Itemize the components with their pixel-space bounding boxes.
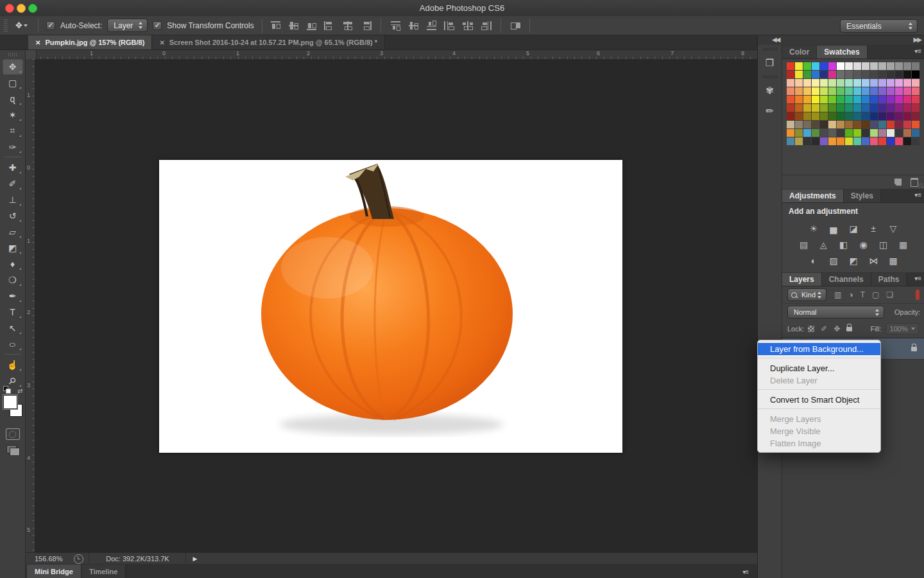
exposure-icon[interactable]: ± bbox=[866, 223, 880, 234]
color-swatch[interactable] bbox=[895, 87, 903, 95]
tool-preset-picker[interactable]: ✥ bbox=[13, 19, 30, 31]
lock-all-icon[interactable] bbox=[846, 327, 852, 331]
ruler-corner[interactable] bbox=[26, 50, 37, 60]
color-swatch[interactable] bbox=[878, 104, 886, 112]
align-horizontal-centers-button[interactable] bbox=[342, 21, 354, 30]
color-swatch[interactable] bbox=[820, 137, 828, 145]
layers-tab-layers[interactable]: Layers bbox=[782, 273, 822, 286]
lock-transparency-icon[interactable] bbox=[808, 326, 814, 332]
color-swatch[interactable] bbox=[887, 137, 894, 145]
color-swatch[interactable] bbox=[828, 129, 836, 137]
color-swatch[interactable] bbox=[895, 62, 903, 70]
panel-group-grip[interactable] bbox=[763, 75, 777, 78]
zoom-level-field[interactable]: 156.68% bbox=[26, 555, 69, 563]
color-swatch[interactable] bbox=[870, 96, 878, 103]
layers-tab-channels[interactable]: Channels bbox=[822, 273, 871, 286]
options-bar-grip[interactable] bbox=[4, 19, 8, 32]
align-bottom-edges-button[interactable] bbox=[306, 21, 318, 30]
color-swatch[interactable] bbox=[803, 87, 811, 95]
color-swatch[interactable] bbox=[887, 79, 894, 87]
color-swatch[interactable] bbox=[903, 137, 911, 145]
bottom-tab-mini-bridge[interactable]: Mini Bridge bbox=[27, 565, 81, 578]
filter-smart-objects-icon[interactable]: ❏ bbox=[886, 290, 893, 299]
color-swatch[interactable] bbox=[795, 112, 803, 120]
color-swatch[interactable] bbox=[912, 121, 920, 128]
color-swatch[interactable] bbox=[878, 137, 886, 145]
crop-tool[interactable]: ⌗ bbox=[3, 123, 23, 139]
status-options-arrow-icon[interactable]: ▶ bbox=[193, 556, 197, 562]
color-swatch[interactable] bbox=[887, 104, 894, 112]
color-swatch[interactable] bbox=[837, 62, 844, 70]
menu-item-merge-visible[interactable]: Merge Visible bbox=[758, 425, 880, 437]
color-swatch[interactable] bbox=[837, 71, 844, 78]
color-swatch[interactable] bbox=[787, 137, 794, 145]
align-top-edges-button[interactable] bbox=[270, 21, 282, 30]
color-swatch[interactable] bbox=[878, 79, 886, 87]
tools-panel-grip[interactable] bbox=[8, 53, 17, 57]
auto-align-layers-button[interactable] bbox=[510, 21, 522, 30]
color-swatch[interactable] bbox=[803, 104, 811, 112]
color-swatch[interactable] bbox=[845, 79, 853, 87]
color-swatch[interactable] bbox=[870, 137, 878, 145]
color-swatch[interactable] bbox=[803, 129, 811, 137]
color-swatch[interactable] bbox=[912, 104, 920, 112]
color-swatch[interactable] bbox=[820, 129, 828, 137]
close-tab-icon[interactable]: ✕ bbox=[159, 39, 164, 46]
color-swatch[interactable] bbox=[845, 104, 853, 112]
color-swatch[interactable] bbox=[870, 62, 878, 70]
color-swatch[interactable] bbox=[878, 62, 886, 70]
color-swatch[interactable] bbox=[812, 87, 819, 95]
color-swatch[interactable] bbox=[912, 129, 920, 137]
layer-filtering-toggle[interactable] bbox=[916, 290, 920, 300]
show-transform-checkbox[interactable]: ✓ bbox=[153, 21, 162, 30]
color-swatch[interactable] bbox=[828, 71, 836, 78]
curves-icon[interactable]: ◪ bbox=[846, 223, 860, 234]
color-swatch[interactable] bbox=[837, 87, 844, 95]
filter-shape-layers-icon[interactable]: ▢ bbox=[872, 290, 879, 299]
eraser-tool[interactable]: ▱ bbox=[3, 223, 23, 240]
color-swatch[interactable] bbox=[820, 79, 828, 87]
color-swatch[interactable] bbox=[878, 121, 886, 128]
color-swatch[interactable] bbox=[912, 71, 920, 78]
history-brush-tool[interactable]: ↺ bbox=[3, 207, 23, 223]
expand-dock-icon[interactable]: ▶▶ bbox=[914, 36, 921, 43]
menu-item-delete-layer[interactable]: Delete Layer bbox=[758, 374, 880, 387]
color-swatch[interactable] bbox=[837, 137, 844, 145]
color-swatch[interactable] bbox=[837, 79, 844, 87]
screen-mode-button[interactable] bbox=[6, 445, 19, 455]
color-swatch[interactable] bbox=[845, 62, 853, 70]
color-swatch[interactable] bbox=[870, 71, 878, 78]
menu-item-flatten-image[interactable]: Flatten Image bbox=[758, 437, 880, 450]
color-swatch[interactable] bbox=[887, 121, 894, 128]
color-swatch[interactable] bbox=[862, 87, 869, 95]
color-swatch[interactable] bbox=[820, 71, 828, 78]
vibrance-icon[interactable]: ▽ bbox=[886, 223, 900, 234]
color-swatch[interactable] bbox=[903, 129, 911, 137]
type-tool[interactable]: T bbox=[3, 304, 23, 320]
color-swatch[interactable] bbox=[837, 96, 844, 103]
dodge-tool[interactable]: ❍ bbox=[3, 272, 23, 288]
color-swatch[interactable] bbox=[912, 79, 920, 87]
color-swatch[interactable] bbox=[820, 121, 828, 128]
fill-value[interactable]: 100% bbox=[886, 323, 919, 335]
color-swatch[interactable] bbox=[895, 112, 903, 120]
color-swatch[interactable] bbox=[795, 104, 803, 112]
color-swatch[interactable] bbox=[862, 137, 869, 145]
color-swatch[interactable] bbox=[912, 87, 920, 95]
photo-filter-icon[interactable]: ◉ bbox=[857, 239, 871, 250]
document-size-info[interactable]: Doc: 392.2K/313.7K bbox=[89, 553, 186, 565]
color-swatch[interactable] bbox=[812, 129, 819, 137]
color-swatch[interactable] bbox=[870, 129, 878, 137]
color-lookup-icon[interactable]: ▦ bbox=[896, 239, 911, 250]
minimize-window-button[interactable] bbox=[17, 4, 26, 13]
swatches-tab-swatches[interactable]: Swatches bbox=[817, 46, 867, 58]
color-swatch[interactable] bbox=[828, 104, 836, 112]
quick-mask-button[interactable] bbox=[6, 428, 20, 440]
filter-type-layers-icon[interactable]: T bbox=[860, 290, 865, 299]
gradient-tool[interactable]: ◩ bbox=[3, 240, 23, 256]
color-swatch[interactable] bbox=[903, 112, 911, 120]
color-swatch[interactable] bbox=[845, 87, 853, 95]
color-swatch[interactable] bbox=[903, 96, 911, 103]
distribute-right-edges-button[interactable] bbox=[480, 21, 492, 30]
color-swatch[interactable] bbox=[812, 121, 819, 128]
